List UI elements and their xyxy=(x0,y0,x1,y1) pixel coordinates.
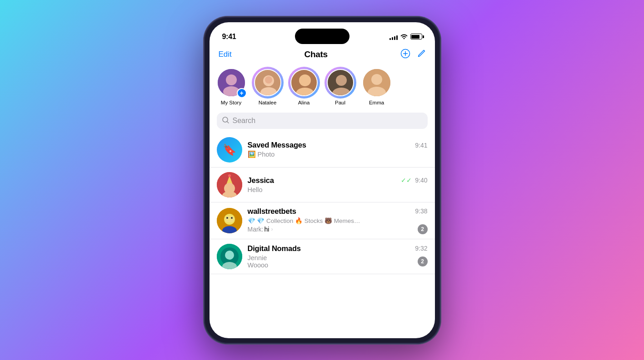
chat-avatar-jessica xyxy=(217,172,242,197)
chat-top-saved: Saved Messages 9:41 xyxy=(248,141,428,149)
signal-bars-icon xyxy=(389,34,398,40)
status-bar: 9:41 xyxy=(210,22,435,45)
story-avatar-my-story: + xyxy=(217,68,246,97)
chats-header: Edit Chats xyxy=(210,45,435,66)
story-item-my-story[interactable]: + My Story xyxy=(217,68,246,105)
chat-item-saved[interactable]: 🔖 Saved Messages 9:41 🖼️ Photo xyxy=(210,133,435,168)
wsb-preview-line2: Mark: hi › xyxy=(248,226,414,233)
signal-bar-4 xyxy=(396,35,398,40)
story-avatar-paul xyxy=(326,68,355,97)
chat-time-saved: 9:41 xyxy=(415,142,427,149)
signal-bar-1 xyxy=(389,38,391,40)
wsb-mark-value: hi xyxy=(265,226,270,233)
story-add-button[interactable]: + xyxy=(237,88,247,98)
story-avatar-emma xyxy=(362,68,391,97)
chat-item-jessica[interactable]: Jessica ✓✓ 9:40 Hello xyxy=(210,168,435,202)
svg-line-20 xyxy=(227,121,229,123)
chat-avatar-wsb xyxy=(217,208,242,233)
signal-bar-3 xyxy=(394,36,395,40)
chat-content-jessica: Jessica ✓✓ 9:40 Hello xyxy=(248,176,428,193)
nomads-preview-line2: Woooo xyxy=(248,261,414,269)
svg-point-34 xyxy=(225,251,234,260)
status-time: 9:41 xyxy=(222,33,236,41)
story-item-natalee[interactable]: Natalee xyxy=(253,68,282,105)
story-name-alina: Alina xyxy=(298,100,310,105)
chat-name-saved: Saved Messages xyxy=(248,141,306,149)
svg-point-30 xyxy=(226,217,228,219)
chat-top-jessica: Jessica ✓✓ 9:40 xyxy=(248,176,428,185)
wsb-preview-line1: 💎 💎 Collection 🔥 Stocks 🐻 Memes… xyxy=(248,217,428,224)
chat-name-wsb: wallstreetbets xyxy=(248,207,296,216)
chat-bottom-saved: 🖼️ Photo xyxy=(248,151,428,158)
add-story-button[interactable] xyxy=(400,49,410,61)
battery-icon xyxy=(410,34,422,39)
story-name-my-story: My Story xyxy=(221,100,241,105)
signal-bar-2 xyxy=(392,37,393,40)
chat-item-wallstreetbets[interactable]: wallstreetbets 9:38 💎 💎 Collection 🔥 Sto… xyxy=(210,202,435,239)
stories-container: + My Story Natal xyxy=(210,66,435,113)
wsb-mark-prefix: Mark: xyxy=(248,226,264,233)
svg-point-17 xyxy=(371,74,382,85)
phone-wrapper: 9:41 xyxy=(204,17,440,344)
svg-point-4 xyxy=(226,74,237,85)
chat-time-nomads: 9:32 xyxy=(415,245,427,252)
chat-bottom-nomads: Jennie Woooo 2 xyxy=(248,254,428,269)
page-title: Chats xyxy=(305,49,328,59)
compose-button[interactable] xyxy=(417,49,426,60)
chat-bottom-wsb: Mark: hi › 2 xyxy=(248,224,428,234)
story-name-emma: Emma xyxy=(369,100,384,105)
battery-fill xyxy=(411,35,419,39)
chat-time-wsb: 9:38 xyxy=(415,207,427,215)
svg-point-11 xyxy=(299,74,311,86)
dynamic-island xyxy=(295,29,349,44)
svg-point-23 xyxy=(228,174,231,177)
header-actions xyxy=(400,49,426,61)
chat-time-jessica: 9:40 xyxy=(415,177,427,184)
story-item-alina[interactable]: Alina xyxy=(290,68,319,105)
chat-top-wsb: wallstreetbets 9:38 xyxy=(248,207,428,216)
nomads-preview: Jennie Woooo xyxy=(248,254,414,269)
chat-avatar-nomads xyxy=(217,244,242,269)
jessica-time-row: ✓✓ 9:40 xyxy=(401,177,427,184)
story-name-paul: Paul xyxy=(335,100,345,105)
chat-avatar-saved: 🔖 xyxy=(217,137,242,163)
chat-list: 🔖 Saved Messages 9:41 🖼️ Photo xyxy=(210,133,435,274)
search-bar[interactable]: Search xyxy=(217,113,428,129)
search-placeholder: Search xyxy=(233,117,422,125)
bookmark-icon: 🔖 xyxy=(223,143,236,156)
chat-content-nomads: Digital Nomads 9:32 Jennie Woooo 2 xyxy=(248,244,428,269)
chat-name-nomads: Digital Nomads xyxy=(248,244,301,253)
chevron-right-icon: › xyxy=(271,226,273,232)
wifi-icon xyxy=(400,33,408,40)
story-avatar-alina xyxy=(290,68,319,97)
story-item-paul[interactable]: Paul xyxy=(326,68,355,105)
svg-rect-29 xyxy=(225,216,234,222)
nomads-badge: 2 xyxy=(418,256,428,266)
read-check-icon: ✓✓ xyxy=(401,177,412,184)
svg-point-9 xyxy=(265,76,272,84)
chat-content-wsb: wallstreetbets 9:38 💎 💎 Collection 🔥 Sto… xyxy=(248,207,428,234)
svg-point-31 xyxy=(231,217,233,219)
chat-content-saved: Saved Messages 9:41 🖼️ Photo xyxy=(248,141,428,158)
wsb-collection-label: 💎 Collection 🔥 Stocks 🐻 Memes… xyxy=(257,217,360,224)
story-name-natalee: Natalee xyxy=(259,100,277,105)
svg-point-14 xyxy=(336,75,347,86)
chat-name-jessica: Jessica xyxy=(248,176,274,185)
chat-bottom-jessica: Hello xyxy=(248,186,428,193)
wsb-badge: 2 xyxy=(418,224,428,234)
story-item-emma[interactable]: Emma xyxy=(362,68,391,105)
search-icon xyxy=(222,117,229,125)
story-avatar-natalee xyxy=(253,68,282,97)
phone-screen: 9:41 xyxy=(210,22,435,338)
chat-preview-jessica: Hello xyxy=(248,186,428,193)
edit-button[interactable]: Edit xyxy=(219,50,232,59)
chat-item-nomads[interactable]: Digital Nomads 9:32 Jennie Woooo 2 xyxy=(210,239,435,274)
status-icons xyxy=(389,33,422,40)
chat-top-nomads: Digital Nomads 9:32 xyxy=(248,244,428,253)
chat-preview-saved: 🖼️ Photo xyxy=(248,151,428,158)
nomads-preview-jennie: Jennie xyxy=(248,254,414,261)
